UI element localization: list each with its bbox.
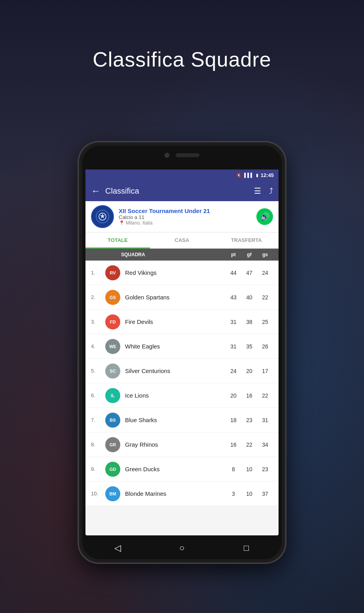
team-logo-circle: WE <box>105 339 120 354</box>
team-name: Silver Centurions <box>125 367 226 374</box>
sound-button[interactable]: 🔊 <box>256 208 273 225</box>
team-pt: 43 <box>226 294 241 301</box>
team-pt: 20 <box>226 392 241 399</box>
team-gf: 10 <box>241 466 257 472</box>
team-gf: 20 <box>241 368 257 374</box>
table-row[interactable]: 4. WE White Eagles 31 35 26 <box>85 334 279 359</box>
location-pin-icon: 📍 <box>119 220 125 226</box>
team-logo: GD <box>104 461 121 478</box>
team-rank: 10. <box>91 491 100 497</box>
table-row[interactable]: 6. IL Ice Lions 20 16 22 <box>85 383 279 408</box>
table-row[interactable]: 3. FD Fire Devils 31 38 25 <box>85 310 279 334</box>
share-icon[interactable]: ⤴ <box>269 187 273 196</box>
team-pt: 31 <box>226 319 241 325</box>
team-gf: 38 <box>241 319 257 325</box>
nav-home-button[interactable]: ○ <box>175 541 189 555</box>
table-row[interactable]: 1. RV Red Vikings 44 47 24 <box>85 261 279 285</box>
team-pt: 18 <box>226 417 241 423</box>
status-time: 12:45 <box>261 172 274 178</box>
tournament-info: XII Soccer Tournament Under 21 Calcio a … <box>119 208 252 226</box>
camera <box>165 153 169 158</box>
sound-icon: 🔊 <box>260 212 270 221</box>
table-row[interactable]: 9. GD Green Ducks 8 10 23 <box>85 457 279 482</box>
table-row[interactable]: 7. BS Blue Sharks 18 23 31 <box>85 408 279 432</box>
team-logo-circle: GD <box>105 462 120 477</box>
back-button[interactable]: ← <box>91 185 100 196</box>
team-name: Ice Lions <box>125 392 226 399</box>
table-row[interactable]: 2. GS Golden Spartans 43 40 22 <box>85 285 279 310</box>
phone-inner: 🔇 ▌▌▌ ▮ 12:45 ← Classifica ☰ ⤴ <box>82 146 282 559</box>
status-bar: 🔇 ▌▌▌ ▮ 12:45 <box>85 169 279 181</box>
team-pt: 3 <box>226 491 241 497</box>
team-name: Green Ducks <box>125 466 226 472</box>
team-logo: IL <box>104 387 121 404</box>
team-gf: 10 <box>241 491 257 497</box>
team-rank: 8. <box>91 442 100 447</box>
tab-casa[interactable]: CASA <box>150 232 214 248</box>
team-gs: 17 <box>257 368 273 374</box>
team-name: Red Vikings <box>125 269 226 276</box>
th-gs: gs <box>257 252 273 257</box>
team-rank: 5. <box>91 368 100 374</box>
team-name: Blonde Marines <box>125 490 226 497</box>
team-gs: 31 <box>257 417 273 423</box>
page-title: Classifica Squadre <box>0 48 364 71</box>
th-gf: gf <box>241 252 257 257</box>
team-logo: BS <box>104 412 121 428</box>
team-pt: 31 <box>226 343 241 350</box>
team-gs: 24 <box>257 270 273 276</box>
team-gf: 23 <box>241 417 257 423</box>
team-logo: WE <box>104 338 121 355</box>
phone-screen: 🔇 ▌▌▌ ▮ 12:45 ← Classifica ☰ ⤴ <box>85 169 279 535</box>
team-logo: RV <box>104 265 121 281</box>
nav-back-button[interactable]: ◁ <box>110 541 125 555</box>
nav-recents-button[interactable]: □ <box>239 541 254 555</box>
team-logo: GR <box>104 436 121 453</box>
team-logo-circle: BM <box>105 486 120 501</box>
team-name: Golden Spartans <box>125 294 226 301</box>
tournament-location: 📍 Milano, Italia <box>119 220 252 226</box>
tab-trasferta[interactable]: TRASFERTA <box>214 232 279 248</box>
team-logo: SC <box>104 363 121 379</box>
team-rank: 2. <box>91 294 100 300</box>
nav-back-icon: ◁ <box>114 543 121 553</box>
team-logo-circle: FD <box>105 314 120 329</box>
app-bar: ← Classifica ☰ ⤴ <box>85 181 279 201</box>
tournament-name: XII Soccer Tournament Under 21 <box>119 208 252 214</box>
signal-icon: ▌▌▌ <box>244 173 253 177</box>
team-logo-circle: SC <box>105 364 120 379</box>
team-logo-circle: BS <box>105 413 120 428</box>
team-gs: 22 <box>257 294 273 301</box>
team-logo: GS <box>104 289 121 306</box>
team-logo: BM <box>104 485 121 502</box>
team-gf: 40 <box>241 294 257 301</box>
table-row[interactable]: 10. BM Blonde Marines 3 10 37 <box>85 482 279 506</box>
team-gf: 47 <box>241 270 257 276</box>
team-logo-circle: RV <box>105 265 120 280</box>
tournament-logo <box>91 205 114 228</box>
team-gs: 23 <box>257 466 273 472</box>
nav-recents-icon: □ <box>244 543 249 553</box>
speaker <box>176 153 199 157</box>
team-gs: 25 <box>257 319 273 325</box>
team-rank: 3. <box>91 319 100 325</box>
team-pt: 16 <box>226 442 241 448</box>
table-row[interactable]: 5. SC Silver Centurions 24 20 17 <box>85 359 279 383</box>
team-gf: 16 <box>241 392 257 399</box>
phone-top-bar <box>82 153 282 158</box>
mute-icon: 🔇 <box>236 173 242 178</box>
list-icon[interactable]: ☰ <box>254 186 261 196</box>
phone-frame: 🔇 ▌▌▌ ▮ 12:45 ← Classifica ☰ ⤴ <box>79 143 285 562</box>
nav-home-icon: ○ <box>179 543 184 553</box>
team-name: Fire Devils <box>125 318 226 325</box>
team-name: White Eagles <box>125 343 226 350</box>
tab-totale[interactable]: TOTALE <box>85 232 150 248</box>
battery-icon: ▮ <box>256 173 258 178</box>
team-rank: 4. <box>91 343 100 349</box>
standings-table: 1. RV Red Vikings 44 47 24 2. GS Golden … <box>85 261 279 506</box>
table-row[interactable]: 8. GR Gray Rhinos 16 22 34 <box>85 432 279 457</box>
team-name: Gray Rhinos <box>125 441 226 448</box>
team-logo: FD <box>104 314 121 330</box>
team-name: Blue Sharks <box>125 417 226 423</box>
team-gs: 22 <box>257 392 273 399</box>
